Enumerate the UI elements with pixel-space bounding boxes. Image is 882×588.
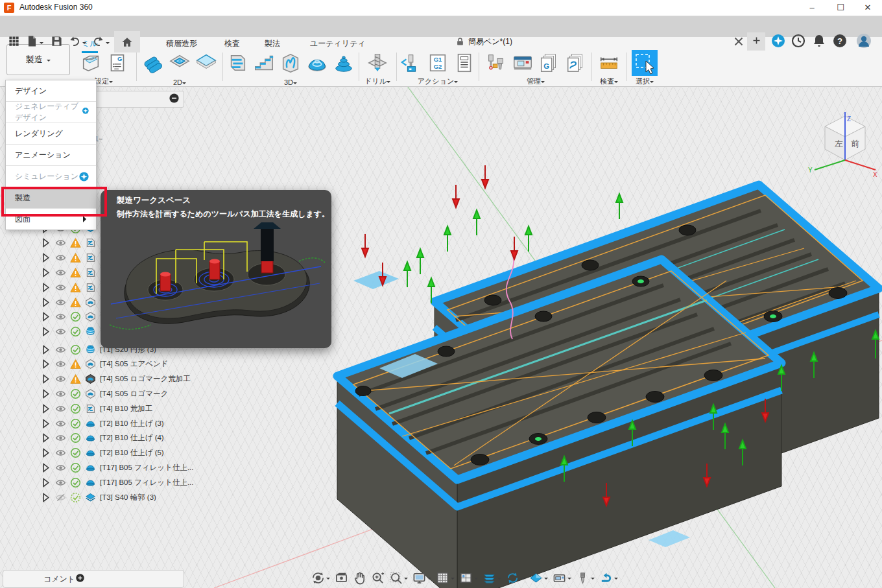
apps-grid-icon[interactable] [8,34,20,50]
visibility-eye-icon[interactable] [55,344,66,355]
select-icon[interactable] [632,50,658,76]
steps3d-icon[interactable] [253,52,275,74]
visibility-off-icon[interactable] [55,492,66,503]
group-label-inspect[interactable]: 検査 [593,76,625,86]
ok-check-icon[interactable] [70,344,81,355]
fit-button[interactable] [388,570,409,585]
expand-arrow-icon[interactable] [40,359,51,370]
expand-arrow-icon[interactable] [40,267,51,278]
warning-icon[interactable] [70,373,81,384]
browser-tree-row[interactable]: [T17] B05 フィレット仕上... [40,475,187,489]
help-icon[interactable]: ? [832,33,849,50]
expand-arrow-icon[interactable] [40,418,51,429]
visibility-eye-icon[interactable] [55,326,66,337]
browser-tree-row[interactable]: [T4] S05 エアベンド [40,357,187,371]
visibility-eye-icon[interactable] [55,477,66,488]
visibility-eye-icon[interactable] [55,373,66,384]
expand-arrow-icon[interactable] [40,282,51,293]
maximize-button[interactable]: ☐ [826,0,855,16]
ok-check-icon[interactable] [70,311,81,322]
comment-bar[interactable]: コメント [3,570,184,588]
warning-icon[interactable] [70,282,81,293]
visibility-eye-icon[interactable] [55,267,66,278]
ball-icon[interactable] [85,418,96,429]
simulate-refresh-button[interactable] [505,570,526,585]
undo-button[interactable] [69,34,86,50]
post-library-icon[interactable]: G [538,52,560,74]
ball-icon[interactable] [85,477,96,488]
ok-check-icon[interactable] [70,462,81,473]
browser-tree-row[interactable]: [T2] B10 仕上げ (3) [40,416,187,430]
group-label-actions[interactable]: アクション [398,76,477,86]
barrel-icon[interactable] [85,326,96,337]
zoom-button[interactable] [370,570,386,585]
ok-check-icon[interactable] [70,492,81,503]
ok-check-icon[interactable] [70,447,81,458]
adaptive-icon[interactable] [85,282,96,293]
expand-arrow-icon[interactable] [40,388,51,399]
close-window-button[interactable]: ✕ [853,0,882,16]
document-close-icon[interactable] [732,34,746,49]
expand-arrow-icon[interactable] [40,477,51,488]
dome-icon[interactable] [85,359,96,370]
stock-visibility-button[interactable] [528,570,549,585]
face-icon[interactable] [195,52,217,74]
ok-check-icon[interactable] [70,432,81,443]
new-tab-button[interactable] [747,32,765,51]
expand-arrow-icon[interactable] [40,403,51,414]
ball-icon[interactable] [85,432,96,443]
tool-library-icon[interactable] [485,52,507,74]
group-label-drill[interactable]: ドリル [361,76,394,86]
ok-check-icon[interactable] [70,477,81,488]
browser-tree-row[interactable]: [T17] B05 フィレット仕上... [40,460,187,475]
group-label-manage[interactable]: 管理 [481,76,590,86]
recent-clock-icon[interactable] [791,33,807,50]
look-at-button[interactable] [333,570,350,585]
expand-arrow-icon[interactable] [40,344,51,355]
pan-button[interactable] [352,570,368,585]
morph3d-icon[interactable] [333,52,355,74]
orbit-button[interactable] [310,570,331,585]
browser-tree-row[interactable]: [T3] S40 輪郭 (3) [40,490,187,504]
workspace-menu-item-5[interactable]: 製造 [6,187,96,209]
visibility-eye-icon[interactable] [55,432,66,443]
visibility-eye-icon[interactable] [55,359,66,370]
adaptive-icon[interactable] [85,237,96,248]
warning-icon[interactable] [70,267,81,278]
expand-arrow-icon[interactable] [40,297,51,308]
home-tab[interactable] [114,31,140,53]
nc-program-icon[interactable]: G [106,52,128,74]
warning-icon[interactable] [70,237,81,248]
group-label-select[interactable]: 選択 [629,76,660,86]
extensions-icon[interactable] [770,33,787,50]
workspace-menu-item-3[interactable]: アニメーション [6,145,96,166]
browser-tree-row[interactable]: [T4] B10 荒加工 [40,401,187,416]
minimize-button[interactable]: – [798,0,826,16]
contour3d-icon[interactable] [280,52,302,74]
expand-arrow-icon[interactable] [40,326,51,337]
warning-icon[interactable] [70,359,81,370]
group-label-2d[interactable]: 2D [139,78,220,86]
toolpath-visibility-button[interactable] [481,570,503,585]
adaptive3d-icon[interactable] [226,52,248,74]
ok-check-icon[interactable] [70,403,81,414]
workspace-menu-item-0[interactable]: デザイン [6,80,96,102]
workspace-menu-item-2[interactable]: レンダリング [6,123,96,145]
visibility-eye-icon[interactable] [55,388,66,399]
expand-arrow-icon[interactable] [40,252,51,263]
workspace-menu-item-4[interactable]: シミュレーション [6,166,96,187]
workspace-menu-item-1[interactable]: ジェネレーティブ デザイン [6,102,96,123]
machine-library-icon[interactable] [512,52,534,74]
expand-arrow-icon[interactable] [40,373,51,384]
simulate-icon[interactable] [400,52,422,74]
spiral3d-icon[interactable] [306,52,328,74]
browser-tree-row[interactable]: [T4] S05 ロゴマーク [40,386,187,401]
visibility-eye-icon[interactable] [55,297,66,308]
grid-settings-button[interactable] [435,570,456,585]
ball-icon[interactable] [85,462,96,473]
visibility-eye-icon[interactable] [55,252,66,263]
post-process-icon[interactable]: G1G2 [427,52,449,74]
ok-check-icon[interactable] [70,388,81,399]
machine-visibility-button[interactable] [551,570,573,585]
expand-arrow-icon[interactable] [40,447,51,458]
